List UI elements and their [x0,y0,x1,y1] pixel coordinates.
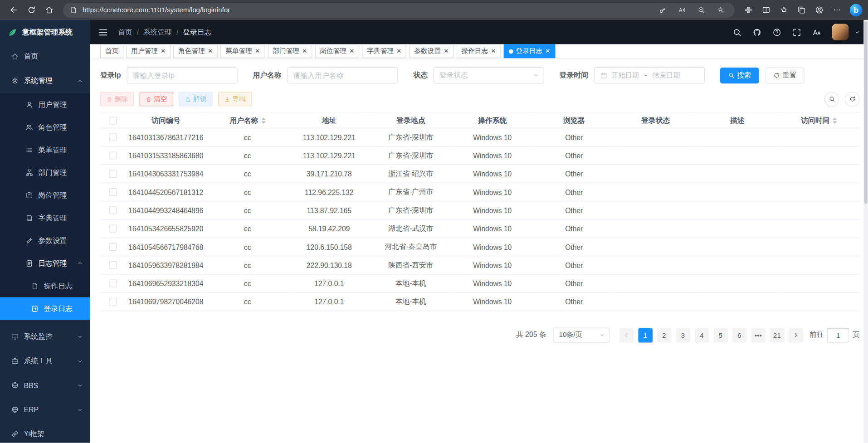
close-tab-icon[interactable] [491,48,496,54]
row-checkbox[interactable] [109,225,117,233]
reset-button[interactable]: 重置 [766,67,804,83]
table-row[interactable]: 1641059633978281984 cc 222.90.130.18 陕西省… [100,256,860,274]
page-button-2[interactable]: 2 [657,328,671,342]
sidebar-item-erp[interactable]: ERP [0,397,90,422]
select-all-checkbox[interactable] [109,117,117,124]
hamburger-icon[interactable] [98,27,108,37]
tab-post-management[interactable]: 岗位管理 [315,44,359,58]
refresh-table-button[interactable] [845,92,860,107]
table-row[interactable]: 1641031533185863680 cc 113.102.129.221 广… [100,146,860,165]
close-tab-icon[interactable] [255,48,260,54]
favorites-icon[interactable] [775,2,792,18]
tab-param-settings[interactable]: 参数设置 [409,44,454,58]
add-favorite-icon[interactable] [713,3,728,16]
table-row[interactable]: 1641069652933218304 cc 127.0.0.1 本地-本机 W… [100,274,860,292]
sidebar-item-yi-framework[interactable]: Yi框架 [0,422,90,443]
close-tab-icon[interactable] [545,48,550,54]
table-row[interactable]: 1641054566717984768 cc 120.6.150.158 河北省… [100,238,860,256]
saved-password-icon[interactable] [655,3,670,16]
tab-dict-management[interactable]: 字典管理 [362,44,406,58]
goto-page-input[interactable] [827,328,849,342]
username-input[interactable] [287,67,398,84]
close-tab-icon[interactable] [302,48,307,54]
sidebar-item-user-management[interactable]: 用户管理 [0,93,90,116]
chevron-down-icon[interactable] [854,29,860,35]
browser-menu-icon[interactable] [829,2,845,18]
table-row[interactable]: 1641044993248464896 cc 113.87.92.165 广东省… [100,201,860,219]
tab-menu-management[interactable]: 菜单管理 [220,44,265,58]
tab-login-log[interactable]: 登录日志 [503,44,555,58]
split-screen-icon[interactable] [758,2,775,18]
page-button-21[interactable]: 21 [770,328,784,342]
table-row[interactable]: 1641043063331753984 cc 39.171.210.78 浙江省… [100,165,860,183]
browser-back-button[interactable] [5,2,22,18]
zoom-out-icon[interactable] [694,3,709,16]
next-page-button[interactable] [789,328,803,342]
help-icon[interactable] [772,27,782,37]
prev-page-button[interactable] [619,328,634,342]
page-button-4[interactable]: 4 [694,328,709,342]
page-scrollbar[interactable] [863,20,868,443]
row-checkbox[interactable] [109,279,117,287]
close-tab-icon[interactable] [349,48,354,54]
sidebar-item-role-management[interactable]: 角色管理 [0,116,90,138]
clear-button[interactable]: 清空 [140,92,173,107]
sidebar-item-login-log[interactable]: 登录日志 [0,297,90,320]
page-button-1[interactable]: 1 [638,328,653,342]
breadcrumb-system-management[interactable]: 系统管理 [143,27,172,37]
table-row[interactable]: 1641031367863177216 cc 113.102.129.221 广… [100,128,860,146]
page-button-6[interactable]: 6 [732,328,746,342]
scrollbar-thumb[interactable] [864,21,867,204]
export-button[interactable]: 导出 [218,92,252,107]
user-avatar[interactable] [832,24,849,40]
table-row[interactable]: 1641044520567181312 cc 112.96.225.132 广东… [100,183,860,201]
login-time-range-picker[interactable]: 开始日期 - 结束日期 [594,67,704,84]
col-header-username[interactable]: 用户名称 [207,112,288,128]
sidebar-item-post-management[interactable]: 岗位管理 [0,184,90,206]
read-aloud-icon[interactable] [675,3,689,16]
extensions-icon[interactable] [740,2,757,18]
sort-icons[interactable] [833,117,837,124]
toggle-search-button[interactable] [824,92,839,107]
close-tab-icon[interactable] [208,48,213,54]
sidebar-item-param-settings[interactable]: 参数设置 [0,229,90,252]
close-tab-icon[interactable] [444,48,449,54]
page-button-3[interactable]: 3 [676,328,690,342]
row-checkbox[interactable] [109,151,117,159]
sidebar-item-operation-log[interactable]: 操作日志 [0,274,90,297]
row-checkbox[interactable] [109,261,117,269]
browser-refresh-button[interactable] [23,2,40,18]
bing-icon[interactable] [850,4,863,16]
table-row[interactable]: 1641053426655825920 cc 58.19.42.209 湖北省-… [100,219,860,238]
collections-icon[interactable] [793,2,810,18]
close-tab-icon[interactable] [396,48,401,54]
more-pages-button[interactable]: ••• [751,328,766,342]
sidebar-item-log-management[interactable]: 日志管理 [0,252,90,274]
tab-user-management[interactable]: 用户管理 [126,44,171,58]
table-row[interactable]: 1641069798270046208 cc 127.0.0.1 本地-本机 W… [100,292,860,311]
url-text[interactable]: https://ccnetcore.com:1101/system/log/lo… [83,6,650,14]
sidebar-item-bbs[interactable]: BBS [0,373,90,398]
search-button[interactable]: 搜索 [720,67,759,83]
page-info-icon[interactable] [70,6,78,14]
row-checkbox[interactable] [109,298,117,306]
search-icon[interactable] [732,27,742,37]
tab-role-management[interactable]: 角色管理 [173,44,218,58]
sidebar-item-system-tools[interactable]: 系统工具 [0,349,90,373]
page-button-5[interactable]: 5 [713,328,728,342]
sidebar-item-system-management[interactable]: 系统管理 [0,68,90,93]
browser-home-button[interactable] [41,2,58,18]
delete-button[interactable]: 删除 [100,92,134,107]
sidebar-item-dept-management[interactable]: 部门管理 [0,161,90,184]
tab-home[interactable]: 首页 [100,44,123,58]
sidebar-item-home[interactable]: 首页 [0,44,90,69]
sidebar-item-dict-management[interactable]: 字典管理 [0,206,90,229]
github-icon[interactable] [752,27,762,37]
sidebar-item-system-monitor[interactable]: 系统监控 [0,324,90,349]
row-checkbox[interactable] [109,170,117,178]
fullscreen-icon[interactable] [792,27,802,37]
breadcrumb-home[interactable]: 首页 [118,27,132,37]
sidebar-item-menu-management[interactable]: 菜单管理 [0,138,90,161]
row-checkbox[interactable] [109,188,117,196]
col-header-time[interactable]: 访问时间 [778,112,860,128]
